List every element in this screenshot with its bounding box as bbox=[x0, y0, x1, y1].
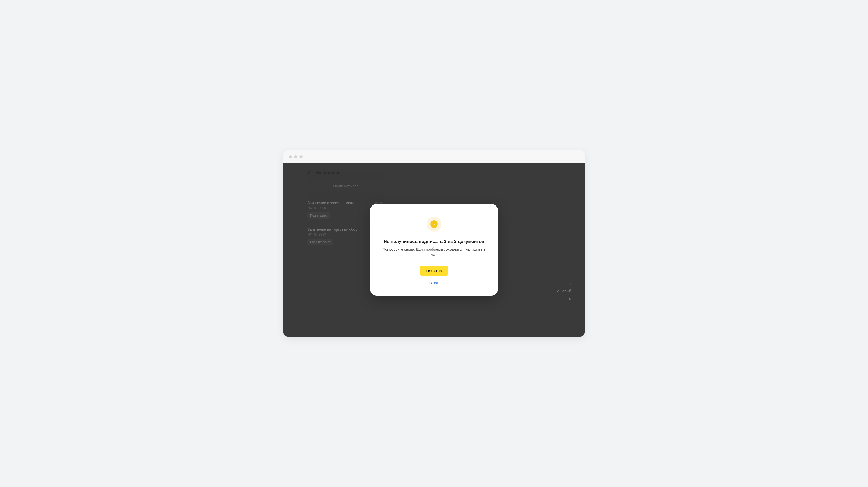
window-titlebar bbox=[283, 151, 585, 163]
ok-button[interactable]: Понятно bbox=[420, 266, 448, 276]
app-body: На подпись Подписать все Заявление о зач… bbox=[283, 163, 585, 336]
modal-overlay: Не получилось подписать 2 из 2 документо… bbox=[283, 163, 585, 336]
error-modal: Не получилось подписать 2 из 2 документо… bbox=[370, 204, 498, 295]
window-maximize-button[interactable] bbox=[300, 155, 303, 158]
app-window: На подпись Подписать все Заявление о зач… bbox=[283, 151, 585, 336]
clock-icon bbox=[430, 220, 438, 228]
window-close-button[interactable] bbox=[289, 155, 292, 158]
modal-title: Не получилось подписать 2 из 2 документо… bbox=[382, 239, 486, 244]
window-minimize-button[interactable] bbox=[294, 155, 297, 158]
modal-description: Попробуйте снова. Если проблема сохранит… bbox=[382, 247, 486, 257]
chat-link[interactable]: В чат bbox=[382, 281, 486, 285]
modal-icon-circle bbox=[427, 217, 441, 231]
